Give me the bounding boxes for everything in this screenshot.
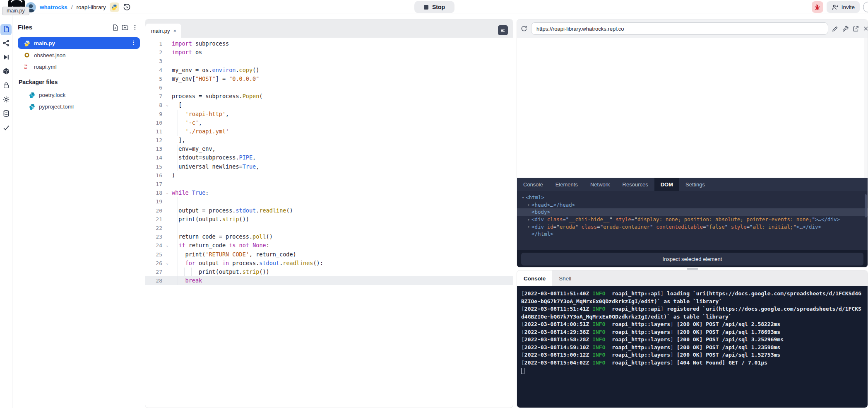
code-line-14[interactable]: 14 stdout=subprocess.PIPE, (145, 153, 513, 162)
tab-close-icon[interactable]: × (173, 28, 177, 34)
indent-guide (178, 276, 178, 285)
output-tab-shell[interactable]: Shell (552, 270, 578, 286)
fold-chevron-icon[interactable]: ⌄ (164, 188, 170, 197)
files-menu-kebab-icon[interactable] (130, 22, 140, 32)
dom-node-4[interactable]: ▸<div id="eruda" class="eruda-container"… (517, 223, 868, 230)
devtools-tab-network[interactable]: Network (584, 178, 616, 191)
file-row-main-py[interactable]: main.py (18, 37, 140, 49)
code-text: process = subprocess.Popen( (170, 92, 513, 101)
token-pl: env=my_env, (172, 145, 216, 152)
collaborator-avatar[interactable] (863, 2, 868, 12)
rail-item-checks[interactable] (0, 123, 12, 134)
bug-report-icon[interactable] (812, 1, 823, 13)
code-line-28[interactable]: 28 break (145, 276, 513, 285)
code-line-9[interactable]: 9 'roapi-http', (145, 110, 513, 118)
dom-node-5[interactable]: </html> (517, 230, 868, 238)
code-line-17[interactable]: 17 (145, 180, 513, 188)
code-line-26[interactable]: 26⌄ for output in process.stdout.readlin… (145, 259, 513, 268)
code-line-16[interactable]: 16) (145, 171, 513, 180)
code-line-3[interactable]: 3 (145, 57, 513, 65)
rail-item-database[interactable] (0, 109, 12, 120)
log-level: INFO (592, 290, 605, 297)
edit-pencil-icon[interactable] (832, 25, 839, 32)
code-line-22[interactable]: 22 (145, 224, 513, 232)
console-cursor[interactable] (521, 368, 524, 374)
expand-arrow-icon[interactable]: ▸ (526, 203, 531, 207)
pane-resize-handle[interactable] (687, 268, 698, 270)
dom-token-val: eruda-container (603, 224, 650, 230)
code-line-11[interactable]: 11 './roapi.yml' (145, 127, 513, 136)
fold-chevron-icon[interactable]: ⌄ (164, 241, 170, 250)
history-icon[interactable] (123, 3, 131, 11)
code-line-24[interactable]: 24⌄ if return_code is not None: (145, 241, 513, 250)
file-kebab-icon[interactable] (131, 40, 137, 47)
code-line-10[interactable]: 10 '-c', (145, 118, 513, 127)
dom-node-2[interactable]: <body> (517, 208, 868, 216)
fold-gutter (164, 83, 170, 92)
code-line-20[interactable]: 20 output = process.stdout.readline() (145, 206, 513, 215)
webview-scrollbar[interactable] (864, 38, 868, 178)
devtools-tab-settings[interactable]: Settings (679, 178, 711, 191)
file-row-pyproject-toml[interactable]: pyproject.toml (18, 101, 140, 112)
devtools-tab-dom[interactable]: DOM (654, 178, 679, 191)
code-line-21[interactable]: 21 print(output.strip()) (145, 215, 513, 224)
file-row-roapi-yml[interactable]: YAMLroapi.yml (18, 61, 140, 72)
refresh-icon[interactable] (520, 25, 528, 32)
code-line-2[interactable]: 2import os (145, 48, 513, 57)
rail-item-version-control[interactable] (0, 38, 12, 49)
output-tab-console[interactable]: Console (517, 270, 552, 286)
code-line-27[interactable]: 27 print(output.strip()) (145, 268, 513, 276)
file-outline-icon[interactable] (498, 25, 508, 35)
console-output[interactable]: [2022-03-08T11:51:40Z INFO roapi_http::a… (517, 286, 868, 408)
url-input[interactable] (531, 22, 828, 35)
code-line-19[interactable]: 19 (145, 197, 513, 206)
dom-node-0[interactable]: ▾<html> (517, 194, 868, 201)
fold-chevron-icon[interactable]: ⌄ (164, 101, 170, 109)
code-line-8[interactable]: 8⌄ [ (145, 101, 513, 109)
stop-button[interactable]: Stop (414, 1, 454, 13)
add-file-icon[interactable] (110, 22, 120, 32)
code-line-1[interactable]: 1import subprocess (145, 39, 513, 48)
code-line-6[interactable]: 6 (145, 83, 513, 92)
devtools-tab-elements[interactable]: Elements (549, 178, 584, 191)
devtools-wrench-icon[interactable] (842, 25, 849, 32)
code-line-23[interactable]: 23 return_code = process.poll() (145, 232, 513, 241)
code-line-12[interactable]: 12 ], (145, 136, 513, 145)
expand-arrow-icon[interactable]: ▸ (526, 225, 531, 229)
rail-item-run[interactable] (0, 52, 12, 63)
code-text: print('RETURN CODE', return_code) (170, 250, 513, 259)
rail-item-files[interactable] (0, 24, 12, 35)
rail-item-settings[interactable] (0, 94, 12, 106)
file-row-poetry-lock[interactable]: poetry.lock (18, 89, 140, 100)
dom-node-3[interactable]: ▸<div class="__chii-hide__" style="displ… (517, 216, 868, 223)
close-webview-icon[interactable] (863, 25, 868, 32)
file-row-ohsheet-json[interactable]: ohsheet.json (18, 50, 140, 60)
inspect-selected-element-button[interactable]: Inspect selected element (521, 253, 863, 266)
rail-item-secrets[interactable] (0, 80, 12, 92)
token-fn: Popen (243, 93, 260, 99)
breadcrumb-user-link[interactable]: whatrocks (40, 4, 67, 10)
open-external-icon[interactable] (852, 25, 859, 32)
expand-arrow-icon[interactable]: ▸ (526, 217, 531, 222)
code-editor[interactable]: 1import subprocess2import os34my_env = o… (145, 38, 513, 285)
add-folder-icon[interactable] (120, 22, 130, 32)
code-line-7[interactable]: 7process = subprocess.Popen( (145, 92, 513, 101)
fold-chevron-icon[interactable]: ⌄ (164, 259, 170, 268)
breadcrumb-project[interactable]: roapi-library (77, 4, 106, 10)
log-message: [200 OK] POST /api/sql 1.23598ms (673, 344, 780, 350)
expand-arrow-icon[interactable]: ▾ (520, 196, 526, 200)
dom-node-1[interactable]: ▸<head>…</head> (517, 201, 868, 209)
invite-button[interactable]: Invite (827, 1, 860, 13)
dom-tree-scrollbar[interactable] (865, 194, 867, 217)
code-line-15[interactable]: 15 universal_newlines=True, (145, 162, 513, 171)
code-line-13[interactable]: 13 env=my_env, (145, 145, 513, 153)
code-line-5[interactable]: 5my_env["HOST"] = "0.0.0.0" (145, 75, 513, 83)
code-line-4[interactable]: 4my_env = os.environ.copy() (145, 66, 513, 75)
rail-item-packages[interactable] (0, 66, 12, 77)
webview-content[interactable] (517, 38, 868, 178)
devtools-tab-console[interactable]: Console (517, 178, 549, 191)
code-line-25[interactable]: 25 print('RETURN CODE', return_code) (145, 250, 513, 259)
code-line-18[interactable]: 18⌄while True: (145, 188, 513, 197)
tab-main-py[interactable]: main.py × (145, 24, 181, 38)
devtools-tab-resources[interactable]: Resources (616, 178, 654, 191)
